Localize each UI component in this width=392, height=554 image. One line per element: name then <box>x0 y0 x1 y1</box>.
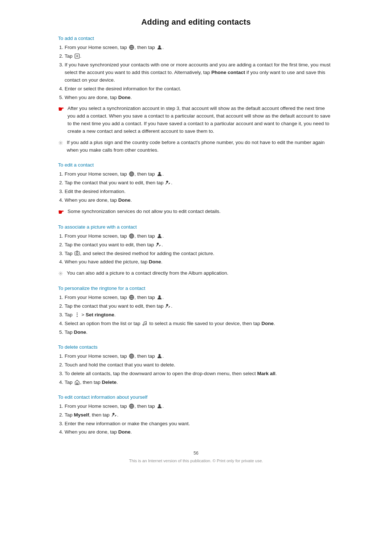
section-heading-ringtone: To personalize the ringtone for a contac… <box>58 286 334 291</box>
step-item: When you are done, tap Done. <box>65 197 334 204</box>
page-content: Adding and editing contacts To add a con… <box>58 0 334 485</box>
page-footer: 56 <box>58 451 334 456</box>
step-item: From your Home screen, tap , then tap . <box>65 171 334 178</box>
grid-icon-2 <box>129 171 134 177</box>
music-icon <box>142 321 147 326</box>
steps-ringtone: From your Home screen, tap , then tap . … <box>65 294 334 336</box>
svg-point-12 <box>158 172 160 174</box>
grid-icon-6 <box>129 403 134 409</box>
step-item: To delete all contacts, tap the downward… <box>65 370 334 378</box>
grid-icon <box>129 45 134 50</box>
tip-text-2: You can also add a picture to a contact … <box>67 270 228 277</box>
step-item: Enter the new information or make the ch… <box>65 420 334 428</box>
grid-icon-3 <box>129 233 134 239</box>
exclamation-text: After you select a synchronization accou… <box>68 105 334 135</box>
section-add-contact: To add a contact From your Home screen, … <box>58 36 334 154</box>
section-heading-picture: To associate a picture with a contact <box>58 224 334 230</box>
step-item: Tap Myself, then tap . <box>65 411 334 419</box>
svg-rect-38 <box>76 383 78 384</box>
person-icon-6 <box>157 403 162 409</box>
person-icon-3 <box>157 233 162 239</box>
svg-point-18 <box>158 234 160 236</box>
grid-icon-4 <box>129 295 134 300</box>
svg-point-43 <box>158 404 160 406</box>
step-item: If you have synchronized your contacts w… <box>65 61 334 84</box>
tip-text: If you add a plus sign and the country c… <box>67 139 334 154</box>
menu-icon <box>74 312 80 317</box>
section-edit-contact: To edit a contact From your Home screen,… <box>58 162 334 216</box>
step-item: Touch and hold the contact that you want… <box>65 361 334 369</box>
step-item: From your Home screen, tap , then tap . <box>65 403 334 410</box>
person-icon-4 <box>157 295 162 300</box>
step-item: Edit the desired information. <box>65 188 334 196</box>
step-item: Enter or select the desired information … <box>65 85 334 93</box>
person-icon <box>157 45 162 50</box>
step-item: Tap , and select the desired method for … <box>65 250 334 258</box>
step-item: Tap > Set ringtone. <box>65 311 334 319</box>
exclamation-icon-2: ☛ <box>58 208 64 216</box>
step-item: Tap Done. <box>65 329 334 336</box>
section-heading-delete: To delete contacts <box>58 344 334 350</box>
page-number: 56 <box>193 451 198 456</box>
home-icon <box>74 379 80 385</box>
svg-point-26 <box>158 295 160 297</box>
svg-point-44 <box>112 413 114 415</box>
step-item: Tap the contact that you want to edit, t… <box>65 179 334 187</box>
person-icon-5 <box>157 353 162 359</box>
tip-note-picture: ✳ You can also add a picture to a contac… <box>58 270 334 278</box>
section-heading-add-contact: To add a contact <box>58 36 334 41</box>
svg-point-4 <box>158 45 160 48</box>
steps-add-contact: From your Home screen, tap , then tap . … <box>65 44 334 101</box>
step-item: Tap . <box>65 53 334 60</box>
section-delete-contacts: To delete contacts From your Home screen… <box>58 344 334 386</box>
section-heading-edit-contact: To edit a contact <box>58 162 334 168</box>
svg-point-27 <box>166 304 168 306</box>
step-item: From your Home screen, tap , then tap . <box>65 294 334 301</box>
step-item: Tap the contact you want to edit, then t… <box>65 241 334 249</box>
edit-person-icon <box>165 180 171 185</box>
person-icon-2 <box>157 171 162 177</box>
section-ringtone: To personalize the ringtone for a contac… <box>58 286 334 336</box>
edit-person-icon-2 <box>156 242 161 247</box>
tip-note-add: ✳ If you add a plus sign and the country… <box>58 139 334 154</box>
steps-delete: From your Home screen, tap , then tap . … <box>65 353 334 386</box>
svg-point-29 <box>77 314 78 315</box>
svg-point-37 <box>158 354 160 356</box>
svg-point-13 <box>166 181 168 183</box>
steps-edit-contact: From your Home screen, tap , then tap . … <box>65 171 334 204</box>
footer-note: This is an Internet version of this publ… <box>58 459 334 463</box>
tip-icon: ✳ <box>58 139 63 147</box>
svg-point-19 <box>157 242 159 245</box>
section-edit-yourself: To edit contact information about yourse… <box>58 394 334 436</box>
edit-person-icon-4 <box>111 412 117 418</box>
step-item: When you are done, tap Done. <box>65 428 334 436</box>
step-item: From your Home screen, tap , then tap . <box>65 233 334 240</box>
step-item: Tap the contact that you want to edit, t… <box>65 303 334 310</box>
new-icon <box>74 53 80 59</box>
step-item: Select an option from the list or tap to… <box>65 320 334 328</box>
svg-point-32 <box>145 324 147 325</box>
exclamation-icon: ☛ <box>58 105 64 113</box>
section-associate-picture: To associate a picture with a contact Fr… <box>58 224 334 278</box>
svg-point-28 <box>77 313 78 314</box>
grid-icon-5 <box>129 353 134 359</box>
svg-point-30 <box>77 316 78 317</box>
step-item: From your Home screen, tap , then tap . <box>65 353 334 360</box>
step-item: When you are done, tap Done. <box>65 94 334 102</box>
steps-yourself: From your Home screen, tap , then tap . … <box>65 403 334 436</box>
steps-picture: From your Home screen, tap , then tap . … <box>65 233 334 266</box>
camera-icon <box>74 250 80 256</box>
page-title: Adding and editing contacts <box>58 17 334 27</box>
tip-icon-2: ✳ <box>58 270 63 278</box>
svg-point-31 <box>143 324 144 325</box>
step-item: When you have added the picture, tap Don… <box>65 258 334 266</box>
edit-person-icon-3 <box>165 303 171 309</box>
exclamation-note-edit: ☛ Some synchronization services do not a… <box>58 208 334 216</box>
step-item: From your Home screen, tap , then tap . <box>65 44 334 52</box>
svg-rect-20 <box>74 252 79 255</box>
exclamation-note-add: ☛ After you select a synchronization acc… <box>58 105 334 135</box>
exclamation-text-2: Some synchronization services do not all… <box>68 208 221 216</box>
svg-point-21 <box>76 253 78 254</box>
step-item: Tap , then tap Delete. <box>65 379 334 386</box>
section-heading-yourself: To edit contact information about yourse… <box>58 394 334 400</box>
